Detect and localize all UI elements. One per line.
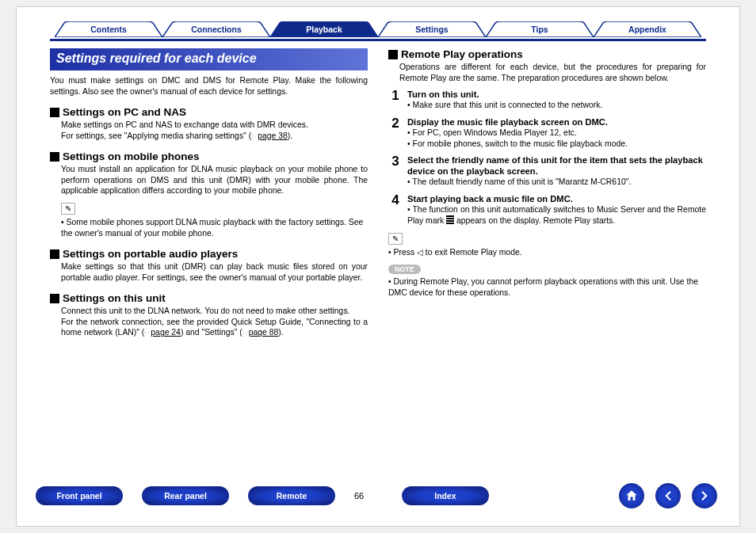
svg-rect-0 <box>446 215 454 217</box>
prev-page-button[interactable] <box>655 483 681 508</box>
tab-tips[interactable]: Tips <box>486 21 594 37</box>
top-tabs: ContentsConnectionsPlaybackSettingsTipsA… <box>17 21 739 47</box>
pencil-icon: ✎ <box>61 203 75 215</box>
note-badge: NOTE <box>388 265 421 274</box>
tabs-underline <box>50 39 706 41</box>
section-banner: Settings required for each device <box>50 48 368 70</box>
unit-body-a: Connect this unit to the DLNA network. Y… <box>61 306 368 317</box>
portable-body: Make settings so that this unit (DMR) ca… <box>61 261 368 283</box>
tab-playback[interactable]: Playback <box>270 21 378 37</box>
link-page-38[interactable]: page 38 <box>258 131 288 140</box>
tab-contents[interactable]: Contents <box>55 21 162 37</box>
tab-appendix[interactable]: Appendix <box>594 21 701 37</box>
home-button[interactable] <box>619 483 644 508</box>
mobile-body: You must install an application for DLNA… <box>61 164 368 196</box>
heading-mobile: Settings on mobile phones <box>50 150 368 162</box>
steps-list: 1Turn on this unit.Make sure that this u… <box>388 89 706 227</box>
footer-rear-panel-button[interactable]: Rear panel <box>142 486 229 505</box>
page: ContentsConnectionsPlaybackSettingsTipsA… <box>16 6 740 527</box>
next-page-button[interactable] <box>692 483 717 508</box>
svg-rect-1 <box>446 218 454 219</box>
right-column: Remote Play operations Operations are di… <box>388 48 706 470</box>
page-number: 66 <box>335 491 383 501</box>
pc-nas-body-b: For settings, see "Applying media sharin… <box>61 131 368 142</box>
svg-rect-2 <box>446 220 454 222</box>
home-icon <box>624 489 639 503</box>
step-2: 2Display the music file playback screen … <box>388 116 706 149</box>
tab-connections[interactable]: Connections <box>162 21 270 37</box>
intro-text: You must make settings on DMC and DMS fo… <box>50 75 368 97</box>
heading-this-unit: Settings on this unit <box>50 292 368 304</box>
heading-remote-play: Remote Play operations <box>388 48 706 60</box>
unit-body-b: For the network connection, see the prov… <box>61 317 368 338</box>
square-bullet-icon <box>388 50 398 59</box>
remote-play-mark-icon <box>446 215 454 227</box>
square-bullet-icon <box>50 249 59 259</box>
svg-rect-3 <box>446 223 454 224</box>
mobile-tip: Some mobile phones support DLNA music pl… <box>50 217 368 238</box>
heading-pc-nas: Settings on PC and NAS <box>50 106 368 118</box>
step-4: 4Start playing back a music file on DMC.… <box>388 193 706 227</box>
link-page-88[interactable]: page 88 <box>249 328 279 337</box>
square-bullet-icon <box>50 294 59 303</box>
footer-front-panel-button[interactable]: Front panel <box>36 486 123 505</box>
tab-settings[interactable]: Settings <box>378 21 486 37</box>
left-column: Settings required for each device You mu… <box>50 48 368 470</box>
footer-remote-button[interactable]: Remote <box>248 486 335 505</box>
remote-tip: Press ◁ to exit Remote Play mode. <box>388 247 706 258</box>
remote-intro: Operations are different for each device… <box>399 62 706 83</box>
footer-index-button[interactable]: Index <box>402 486 489 505</box>
note-text: During Remote Play, you cannot perform p… <box>388 276 706 298</box>
footer: Front panelRear panelRemote 66 Index <box>17 483 739 508</box>
pencil-icon: ✎ <box>388 233 403 245</box>
step-1: 1Turn on this unit.Make sure that this u… <box>388 89 706 111</box>
step-3: 3Select the friendly name of this unit f… <box>388 154 706 188</box>
content-area: Settings required for each device You mu… <box>50 48 706 470</box>
arrow-left-icon <box>661 489 675 503</box>
square-bullet-icon <box>50 152 59 162</box>
arrow-right-icon <box>697 489 712 503</box>
square-bullet-icon <box>50 108 59 117</box>
heading-portable: Settings on portable audio players <box>50 248 368 260</box>
pc-nas-body-a: Make settings on PC and NAS to exchange … <box>61 120 368 131</box>
link-page-24[interactable]: page 24 <box>151 328 181 337</box>
